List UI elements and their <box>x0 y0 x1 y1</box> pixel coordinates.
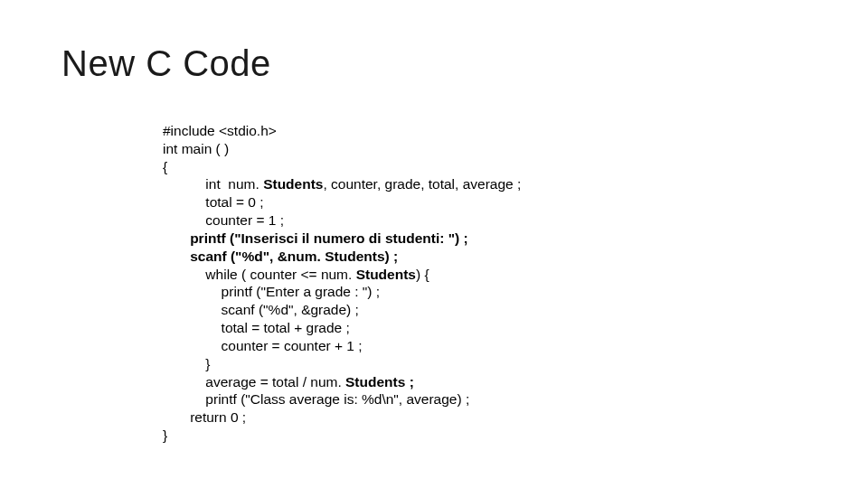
code-line: printf ("Class average is: %d\n", averag… <box>163 391 469 407</box>
code-line: ) { <box>416 267 429 282</box>
code-line: } <box>163 356 211 371</box>
code-block: #include <stdio.h> int main ( ) { int nu… <box>163 122 521 445</box>
code-line: counter = 1 ; <box>163 212 284 228</box>
code-line: average = total / num. <box>163 374 345 389</box>
code-line: total = total + grade ; <box>163 320 350 335</box>
code-line: int num. <box>163 176 263 192</box>
code-line: total = 0 ; <box>163 194 264 210</box>
code-bold: Students <box>263 176 323 192</box>
code-line: { <box>163 159 167 174</box>
code-line: } <box>163 427 167 443</box>
slide-title: New C Code <box>61 43 271 84</box>
code-line: counter = counter + 1 ; <box>163 338 363 353</box>
code-line: printf ("Enter a grade : ") ; <box>163 284 380 299</box>
slide-container: New C Code #include <stdio.h> int main (… <box>0 0 868 488</box>
code-bold: printf ("Inserisci <box>163 230 297 246</box>
code-bold: scanf ("%d", &num. <box>163 249 325 264</box>
code-bold: il numero di studenti <box>297 230 439 246</box>
code-bold: Students <box>356 267 416 282</box>
code-bold: Students) ; <box>325 249 398 264</box>
code-bold: Students ; <box>345 374 414 389</box>
code-line: while ( counter <= num. <box>163 267 356 282</box>
code-line: scanf ("%d", &grade) ; <box>163 302 359 317</box>
code-line: #include <stdio.h> <box>163 123 277 138</box>
code-bold: : ") ; <box>439 230 467 246</box>
code-line: int main ( ) <box>163 141 229 156</box>
code-line: , counter, grade, total, average ; <box>323 176 521 192</box>
code-line: return 0 ; <box>163 409 246 425</box>
